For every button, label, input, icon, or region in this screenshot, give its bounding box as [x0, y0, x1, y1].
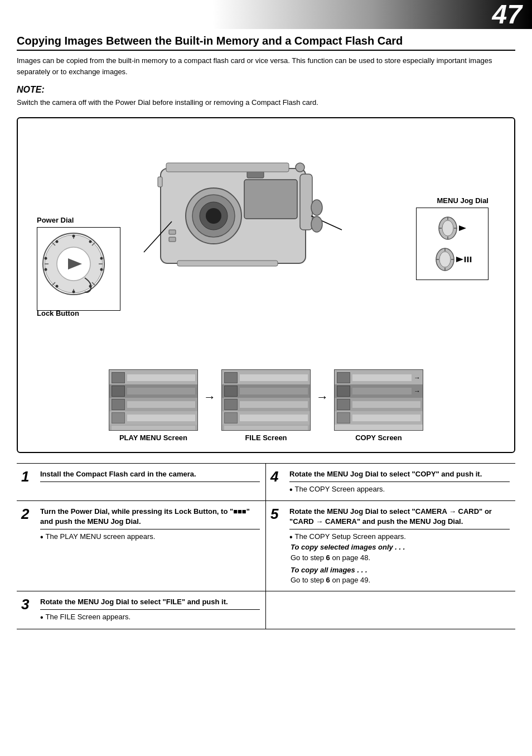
- step-5-goto-1: Go to step 6 on page 48.: [289, 553, 510, 563]
- step-3-content: Rotate the MENU Jog Dial to select "FILE…: [40, 597, 260, 623]
- jog-dial-2: [433, 245, 472, 273]
- svg-point-41: [442, 220, 453, 236]
- play-menu-screen: [109, 369, 198, 431]
- note-text: Switch the camera off with the Power Dia…: [17, 97, 515, 108]
- power-dial-box: [37, 227, 120, 311]
- file-screen: [221, 369, 311, 431]
- step-4-main: Rotate the MENU Jog Dial to select "COPY…: [289, 469, 510, 482]
- svg-point-10: [72, 234, 75, 237]
- steps-section: 1 Install the Compact Flash card in the …: [17, 463, 515, 629]
- diagram-box: Power Dial: [17, 117, 515, 453]
- step-5-goto-1-strong: 6: [326, 553, 330, 562]
- copy-screen: → →: [334, 369, 423, 431]
- note-title: NOTE:: [17, 85, 515, 95]
- svg-point-30: [296, 163, 304, 172]
- main-content: Copying Images Between the Built-in Memo…: [0, 29, 532, 641]
- step-3-sub-text-1: The FILE Screen appears.: [46, 612, 130, 622]
- step-5-italic-strong-1: To copy selected images only . . .: [291, 543, 405, 551]
- arrow-2: →: [316, 390, 328, 405]
- jog-dial-1-svg: [436, 214, 469, 242]
- svg-point-18: [45, 257, 47, 259]
- power-dial-svg: [37, 228, 110, 300]
- svg-marker-46: [459, 225, 466, 231]
- copy-screen-block: → → COPY Screen: [334, 369, 423, 442]
- step-3-main: Rotate the MENU Jog Dial to select "FILE…: [40, 597, 260, 610]
- step-5-italic-strong-2: To copy all images . . .: [291, 566, 367, 574]
- file-screen-label: FILE Screen: [245, 434, 287, 442]
- svg-rect-27: [244, 180, 297, 219]
- svg-point-35: [311, 200, 322, 215]
- step-5-sub: • The COPY Setup Screen appears. To copy…: [289, 532, 510, 585]
- step-5-sub-text-1: The COPY Setup Screen appears.: [295, 532, 406, 542]
- step-4-sub: • The COPY Screen appears.: [289, 484, 510, 495]
- jog-dial-1: [436, 214, 469, 242]
- lock-button-label: Lock Button: [37, 309, 79, 317]
- step-3-number: 3: [21, 597, 37, 611]
- step-5-main: Rotate the MENU Jog Dial to select "CAME…: [289, 507, 510, 529]
- svg-rect-32: [177, 261, 278, 266]
- jog-dial-2-svg: [433, 245, 472, 273]
- step-2-main: Turn the Power Dial, while pressing its …: [40, 507, 260, 529]
- svg-marker-53: [456, 257, 463, 262]
- step-2: 2 Turn the Power Dial, while pressing it…: [17, 501, 266, 591]
- svg-point-17: [45, 268, 47, 271]
- svg-point-12: [100, 257, 103, 259]
- page-number: 47: [492, 1, 522, 28]
- svg-point-15: [72, 290, 75, 293]
- bullet-dot-3: •: [40, 612, 43, 623]
- step-1-main: Install the Compact Flash card in the ca…: [40, 469, 260, 482]
- svg-rect-37: [169, 230, 176, 234]
- intro-text: Images can be copied from the built-in m…: [17, 55, 515, 77]
- step-1: 1 Install the Compact Flash card in the …: [17, 464, 266, 501]
- bullet-dot-5a: •: [289, 532, 293, 542]
- page-banner: 47: [0, 0, 532, 29]
- step-5: 5 Rotate the MENU Jog Dial to select "CA…: [266, 501, 515, 591]
- bullet-dot: •: [289, 484, 293, 495]
- svg-rect-39: [158, 177, 162, 187]
- step-5-goto-2: Go to step 6 on page 49.: [289, 575, 510, 585]
- step-empty: [266, 591, 515, 629]
- step-4-content: Rotate the MENU Jog Dial to select "COPY…: [289, 469, 510, 495]
- step-5-content: Rotate the MENU Jog Dial to select "CAME…: [289, 507, 510, 585]
- play-menu-screen-block: PLAY MENU Screen: [109, 369, 198, 442]
- note-section: NOTE: Switch the camera off with the Pow…: [17, 85, 515, 108]
- svg-point-26: [206, 208, 221, 224]
- step-5-italic-1: To copy selected images only . . .: [289, 542, 510, 552]
- step-2-sub-text-1: The PLAY MENU screen appears.: [46, 532, 156, 542]
- step-5-number: 5: [270, 507, 286, 521]
- arrow-1: →: [204, 390, 216, 405]
- svg-rect-38: [169, 237, 176, 242]
- power-dial-label: Power Dial: [37, 216, 74, 224]
- step-4-number: 4: [270, 469, 286, 484]
- step-2-sub: • The PLAY MENU screen appears.: [40, 532, 260, 542]
- file-screen-block: FILE Screen: [221, 369, 311, 442]
- copy-screen-label: COPY Screen: [355, 434, 402, 442]
- svg-rect-28: [247, 171, 264, 178]
- step-4-bullet-1: • The COPY Screen appears.: [289, 484, 510, 495]
- svg-rect-31: [300, 174, 312, 230]
- step-3-bullet-1: • The FILE Screen appears.: [40, 612, 260, 623]
- screens-row: PLAY MENU Screen →: [27, 369, 505, 442]
- step-5-goto-2-strong: 6: [326, 576, 330, 584]
- jog-dials-box: [416, 208, 489, 280]
- svg-point-16: [56, 285, 59, 287]
- svg-point-48: [439, 252, 451, 267]
- step-2-bullet-1: • The PLAY MENU screen appears.: [40, 532, 260, 542]
- svg-point-11: [89, 240, 92, 243]
- page-title: Copying Images Between the Built-in Memo…: [17, 35, 515, 51]
- bullet-dot-2: •: [40, 532, 43, 542]
- play-menu-screen-label: PLAY MENU Screen: [119, 434, 187, 442]
- step-1-content: Install the Compact Flash card in the ca…: [40, 469, 260, 484]
- step-3-sub: • The FILE Screen appears.: [40, 612, 260, 623]
- svg-point-19: [56, 240, 59, 243]
- step-2-content: Turn the Power Dial, while pressing its …: [40, 507, 260, 543]
- step-5-italic-2: To copy all images . . .: [289, 565, 510, 575]
- step-2-strong: ■■■: [233, 507, 246, 516]
- step-2-number: 2: [21, 507, 37, 521]
- step-5-bullet-1: • The COPY Setup Screen appears.: [289, 532, 510, 542]
- step-1-number: 1: [21, 469, 37, 484]
- camera-area: Power Dial: [27, 129, 505, 364]
- step-3: 3 Rotate the MENU Jog Dial to select "FI…: [17, 591, 266, 629]
- step-4-sub-text-1: The COPY Screen appears.: [295, 484, 385, 494]
- step-4: 4 Rotate the MENU Jog Dial to select "CO…: [266, 464, 515, 501]
